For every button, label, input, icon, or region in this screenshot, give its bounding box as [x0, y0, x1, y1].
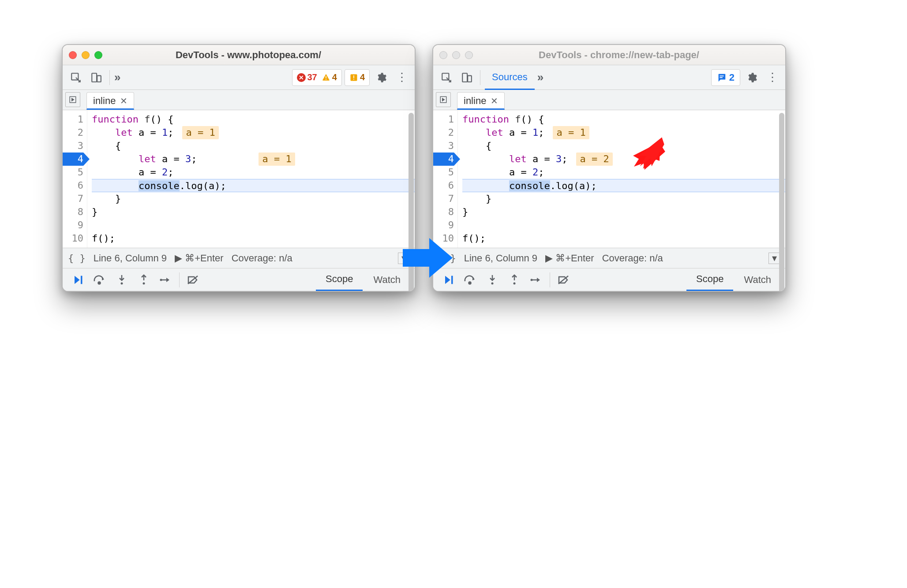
file-tab-label: inline — [93, 95, 116, 107]
gear-icon[interactable] — [372, 69, 390, 86]
inspect-icon[interactable] — [67, 69, 85, 86]
window-title: DevTools - chrome://new-tab-page/ — [485, 49, 779, 61]
svg-point-10 — [98, 282, 101, 284]
coverage-status: Coverage: n/a — [602, 253, 663, 264]
cursor-position: Line 6, Column 9 — [464, 253, 537, 264]
execution-line-marker: 4 — [433, 153, 454, 166]
traffic-lights — [69, 51, 102, 59]
svg-rect-15 — [462, 73, 467, 82]
inline-value-hint: a = 1 — [182, 126, 218, 139]
coverage-status: Coverage: n/a — [232, 253, 292, 264]
scrollbar[interactable] — [779, 113, 784, 292]
step-over-icon[interactable] — [89, 271, 110, 289]
svg-rect-3 — [326, 76, 326, 78]
navigator-icon[interactable] — [436, 92, 451, 107]
paused-line: console.log(a); — [92, 179, 415, 192]
selection: console — [509, 180, 550, 191]
gear-icon[interactable] — [743, 69, 761, 86]
file-tab-label: inline — [464, 95, 486, 107]
close-icon[interactable]: ✕ — [120, 96, 127, 106]
step-icon[interactable] — [155, 271, 176, 289]
step-into-icon[interactable] — [482, 271, 503, 289]
cursor-position: Line 6, Column 9 — [94, 253, 167, 264]
close-icon[interactable] — [69, 51, 77, 59]
annotation-arrow-icon — [626, 136, 665, 171]
issue-icon — [349, 73, 358, 82]
svg-rect-16 — [468, 75, 472, 82]
svg-rect-18 — [720, 77, 722, 78]
debugger-toolbar: Scope Watch — [63, 268, 415, 291]
deactivate-breakpoints-icon[interactable] — [182, 271, 203, 289]
run-snippet-hint: ▶ ⌘+Enter — [175, 253, 224, 264]
main-toolbar: » ✕37 4 4 ⋮ — [63, 65, 415, 90]
svg-point-22 — [491, 282, 494, 284]
device-icon[interactable] — [458, 69, 476, 86]
titlebar[interactable]: DevTools - www.photopea.com/ — [63, 45, 415, 65]
svg-point-13 — [160, 279, 162, 281]
file-tab-inline[interactable]: inline ✕ — [86, 92, 134, 110]
run-snippet-hint: ▶ ⌘+Enter — [545, 253, 594, 264]
tab-sources[interactable]: Sources — [485, 66, 535, 90]
deactivate-breakpoints-icon[interactable] — [553, 271, 574, 289]
svg-rect-7 — [353, 79, 354, 80]
file-tab-strip: inline ✕ — [63, 90, 415, 110]
code-area[interactable]: function f() { let a = 1;a = 1 { let a =… — [87, 110, 415, 248]
expand-icon[interactable]: ▾ — [768, 253, 780, 264]
code-area[interactable]: function f() { let a = 1;a = 1 { let a =… — [458, 110, 785, 248]
svg-rect-2 — [97, 75, 101, 82]
inline-value-hint: a = 2 — [576, 153, 612, 166]
selection: console — [139, 180, 180, 191]
svg-point-23 — [513, 282, 516, 284]
code-editor[interactable]: 1 2 3 4 5 6 7 8 9 10 function f() { let … — [433, 110, 785, 248]
messages-badge[interactable]: 2 — [711, 69, 740, 86]
step-over-icon[interactable] — [460, 271, 481, 289]
navigator-icon[interactable] — [65, 92, 80, 107]
step-out-icon[interactable] — [504, 271, 525, 289]
step-into-icon[interactable] — [111, 271, 132, 289]
svg-rect-1 — [92, 73, 97, 82]
status-bar: { } Line 6, Column 9 ▶ ⌘+Enter Coverage:… — [433, 248, 785, 268]
device-icon[interactable] — [87, 69, 105, 86]
message-icon — [717, 73, 727, 82]
warning-icon — [322, 73, 330, 82]
minimize-icon[interactable] — [82, 51, 90, 59]
svg-point-11 — [121, 282, 123, 284]
kebab-icon[interactable]: ⋮ — [393, 69, 410, 86]
svg-rect-6 — [353, 75, 354, 78]
transition-arrow-icon — [401, 234, 454, 282]
inline-value-hint: a = 1 — [553, 126, 589, 139]
execution-line-marker: 4 — [63, 153, 83, 166]
code-editor[interactable]: 1 2 3 4 5 6 7 8 9 10 function f() { let … — [63, 110, 415, 248]
issues-badge[interactable]: 4 — [345, 69, 370, 86]
zoom-icon[interactable] — [94, 51, 102, 59]
inline-value-hint: a = 1 — [259, 153, 295, 166]
step-out-icon[interactable] — [133, 271, 154, 289]
step-icon[interactable] — [526, 271, 547, 289]
titlebar[interactable]: DevTools - chrome://new-tab-page/ — [433, 45, 785, 65]
inspect-icon[interactable] — [438, 69, 455, 86]
svg-rect-4 — [326, 79, 326, 80]
svg-point-21 — [469, 282, 471, 284]
resume-icon[interactable] — [67, 271, 88, 289]
tab-scope[interactable]: Scope — [686, 268, 733, 291]
close-icon[interactable] — [439, 51, 447, 59]
svg-point-12 — [143, 282, 145, 284]
tab-watch[interactable]: Watch — [734, 268, 781, 291]
devtools-window-before: DevTools - www.photopea.com/ » ✕37 4 4 ⋮ — [62, 44, 416, 292]
file-tab-strip: inline ✕ — [433, 90, 785, 110]
traffic-lights — [439, 51, 473, 59]
overflow-tabs-icon[interactable]: » — [114, 71, 120, 84]
overflow-tabs-icon[interactable]: » — [537, 71, 543, 84]
pretty-print-icon[interactable]: { } — [68, 253, 86, 264]
status-bar: { } Line 6, Column 9 ▶ ⌘+Enter Coverage:… — [63, 248, 415, 268]
console-badge[interactable]: ✕37 4 — [292, 69, 342, 86]
close-icon[interactable]: ✕ — [491, 96, 498, 106]
file-tab-inline[interactable]: inline ✕ — [457, 92, 505, 110]
paused-line: console.log(a); — [462, 179, 785, 192]
line-gutter: 1 2 3 4 5 6 7 8 9 10 — [63, 110, 87, 248]
tab-scope[interactable]: Scope — [316, 268, 363, 291]
zoom-icon[interactable] — [465, 51, 473, 59]
error-icon: ✕ — [297, 73, 306, 82]
minimize-icon[interactable] — [452, 51, 460, 59]
kebab-icon[interactable]: ⋮ — [763, 69, 781, 86]
